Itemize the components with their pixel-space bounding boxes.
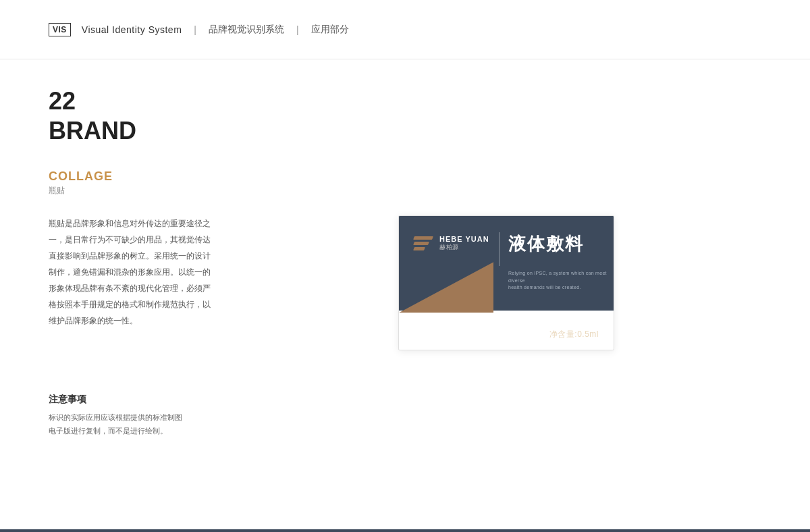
- logo-en-text: HEBE YUAN: [439, 235, 489, 243]
- page-header: VIS Visual Identity System | 品牌视觉识别系统 | …: [0, 0, 810, 59]
- notes-line-2: 电子版进行复制，而不是进行绘制。: [49, 425, 761, 438]
- section-title: COLLAGE 瓶贴: [49, 169, 761, 196]
- card-product-name: 液体敷料: [508, 232, 584, 256]
- card-logo-area: HEBE YUAN 赫柏源: [414, 235, 489, 252]
- brand-label: BRAND: [49, 116, 761, 145]
- product-card: HEBE YUAN 赫柏源 液体敷料 Relying on IPSC, a sy…: [398, 215, 614, 350]
- collage-subtitle: 瓶贴: [49, 185, 761, 196]
- header-section: 应用部分: [311, 24, 349, 36]
- bottom-accent-line: [0, 529, 810, 532]
- logo-symbol: [414, 236, 433, 250]
- content-row: 瓶贴是品牌形象和信息对外传达的重要途径之一，是日常行为不可缺少的用品，其视觉传达…: [49, 215, 761, 350]
- card-tagline: Relying on IPSC, a system which can meet…: [508, 270, 614, 292]
- logo-bar-2: [413, 242, 429, 245]
- page-number: 22: [49, 89, 761, 113]
- card-amount: 净含量:0.5ml: [549, 329, 599, 340]
- notes-text: 标识的实际应用应该根据提供的标准制图 电子版进行复制，而不是进行绘制。: [49, 411, 761, 438]
- logo-bar-3: [413, 247, 425, 250]
- product-column: HEBE YUAN 赫柏源 液体敷料 Relying on IPSC, a sy…: [251, 215, 761, 350]
- tagline-line-1: Relying on IPSC, a system which can meet…: [508, 270, 614, 284]
- description-column: 瓶贴是品牌形象和信息对外传达的重要途径之一，是日常行为不可缺少的用品，其视觉传达…: [49, 215, 211, 350]
- header-divider-1: |: [194, 24, 196, 35]
- tagline-line-2: health demands will be created.: [508, 284, 614, 292]
- header-title: Visual Identity System: [82, 24, 182, 35]
- vis-badge: VIS: [49, 23, 71, 36]
- header-divider-2: |: [296, 24, 299, 35]
- collage-title: COLLAGE: [49, 169, 761, 184]
- logo-bar-1: [413, 236, 433, 240]
- logo-text-block: HEBE YUAN 赫柏源: [439, 235, 489, 252]
- main-content: 22 BRAND COLLAGE 瓶贴 瓶贴是品牌形象和信息对外传达的重要途径之…: [0, 59, 810, 532]
- notes-line-1: 标识的实际应用应该根据提供的标准制图: [49, 411, 761, 425]
- notes-section: 注意事项 标识的实际应用应该根据提供的标准制图 电子版进行复制，而不是进行绘制。: [49, 394, 761, 438]
- header-subtitle: 品牌视觉识别系统: [209, 24, 284, 36]
- logo-cn-text: 赫柏源: [439, 243, 489, 252]
- notes-title: 注意事项: [49, 394, 761, 406]
- card-divider: [499, 232, 500, 266]
- description-text: 瓶贴是品牌形象和信息对外传达的重要途径之一，是日常行为不可缺少的用品，其视觉传达…: [49, 215, 211, 329]
